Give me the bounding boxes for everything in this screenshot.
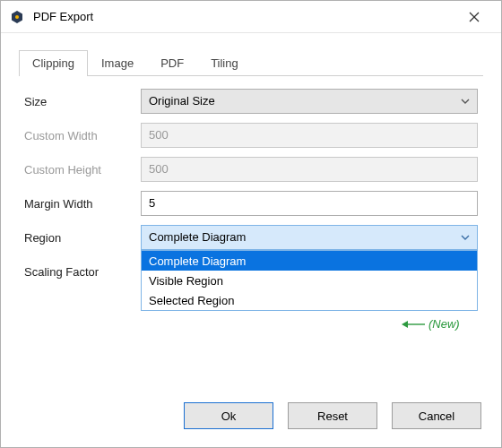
region-label: Region (24, 231, 141, 245)
region-value: Complete Diagram (149, 226, 246, 249)
size-label: Size (24, 95, 141, 108)
size-select[interactable]: Original Size (141, 89, 478, 114)
option-label: Visible Region (149, 274, 223, 288)
ok-button[interactable]: Ok (184, 402, 273, 429)
svg-point-1 (15, 15, 19, 19)
size-value: Original Size (149, 90, 215, 113)
tab-label: Tiling (211, 56, 238, 70)
new-annotation: (New) (402, 317, 460, 331)
arrow-icon (402, 319, 425, 330)
button-label: Cancel (419, 409, 454, 423)
tab-tiling[interactable]: Tiling (197, 50, 252, 76)
titlebar: PDF Export (1, 1, 501, 33)
region-dropdown: Complete Diagram Visible Region Selected… (141, 250, 478, 311)
button-label: Ok (221, 409, 237, 423)
margin-width-value: 5 (149, 192, 155, 215)
chevron-down-icon (461, 235, 470, 240)
option-label: Complete Diagram (149, 254, 246, 268)
custom-height-label: Custom Height (24, 163, 141, 177)
region-option[interactable]: Visible Region (142, 271, 477, 290)
custom-width-label: Custom Width (24, 129, 141, 142)
chevron-down-icon (461, 99, 470, 104)
annotation-text: (New) (428, 317, 460, 331)
button-bar: Ok Reset Cancel (1, 388, 501, 447)
tab-label: Clipping (32, 56, 74, 70)
region-option[interactable]: Complete Diagram (142, 251, 477, 271)
button-label: Reset (317, 409, 348, 423)
reset-button[interactable]: Reset (288, 402, 377, 429)
scaling-factor-label: Scaling Factor (24, 265, 141, 279)
svg-marker-5 (402, 321, 408, 328)
tab-clipping[interactable]: Clipping (19, 50, 88, 76)
region-select[interactable]: Complete Diagram (141, 225, 478, 250)
option-label: Selected Region (149, 294, 234, 307)
tab-label: Image (101, 56, 134, 70)
margin-width-label: Margin Width (24, 197, 141, 211)
custom-width-value: 500 (149, 124, 169, 147)
margin-width-input[interactable]: 5 (141, 191, 478, 216)
custom-width-input: 500 (141, 123, 478, 148)
app-icon (10, 10, 24, 24)
custom-height-value: 500 (149, 158, 169, 181)
tab-label: PDF (160, 56, 184, 70)
custom-height-input: 500 (141, 157, 478, 182)
region-option[interactable]: Selected Region (142, 290, 477, 310)
tab-image[interactable]: Image (88, 50, 147, 76)
window-title: PDF Export (33, 10, 93, 23)
close-icon (469, 12, 480, 22)
close-button[interactable] (454, 4, 494, 30)
tab-pdf[interactable]: PDF (147, 50, 197, 76)
tabstrip: Clipping Image PDF Tiling (19, 49, 483, 76)
cancel-button[interactable]: Cancel (392, 402, 481, 429)
